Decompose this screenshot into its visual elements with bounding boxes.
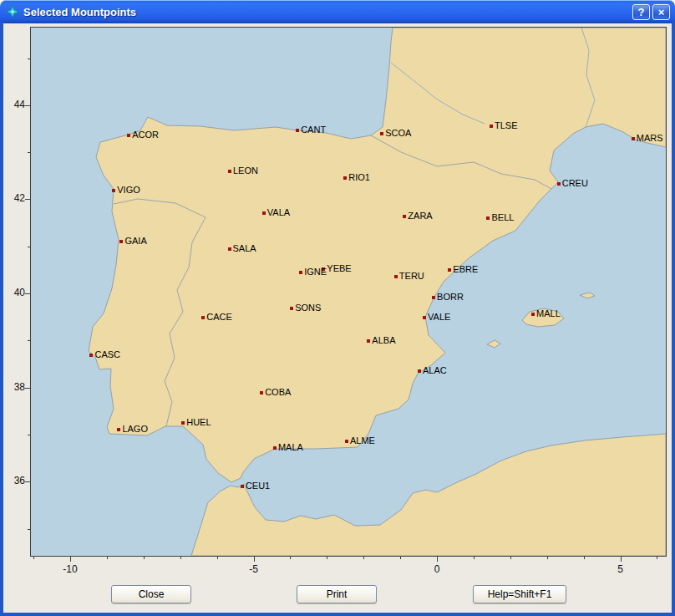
close-dialog-button[interactable]: Close (111, 585, 191, 603)
window-icon (6, 5, 19, 18)
x-axis-tick (290, 557, 291, 559)
window-border-bottom (0, 613, 675, 616)
x-axis-tick-label: -5 (237, 563, 271, 575)
dialog-window: Selected Mountpoints ? × ACORCANTSCOATLS… (0, 0, 675, 616)
x-axis-tick (180, 557, 181, 559)
x-axis-tick-label: 5 (604, 563, 637, 575)
x-axis-tick (327, 557, 327, 559)
close-window-button[interactable]: × (652, 4, 670, 20)
x-axis-tick (547, 557, 548, 559)
x-axis-tick (474, 557, 475, 559)
x-axis-tick-label: 0 (420, 563, 454, 575)
y-axis-tick-label: 42 (3, 192, 25, 204)
x-axis-tick (437, 557, 438, 562)
window-title: Selected Mountpoints (23, 6, 632, 18)
y-axis-tick-label: 36 (3, 475, 25, 486)
titlebar[interactable]: Selected Mountpoints ? × (0, 0, 675, 23)
x-axis-tick (217, 557, 218, 559)
map-canvas (31, 28, 666, 556)
y-axis-tick-label: 40 (3, 287, 25, 298)
window-border-left (0, 22, 3, 616)
x-axis-tick (400, 557, 401, 559)
x-axis-tick (33, 557, 34, 559)
window-border-right (672, 22, 675, 616)
y-axis-tick-label: 38 (3, 381, 25, 393)
x-axis-tick-label: -10 (53, 563, 87, 575)
help-shortcut-button[interactable]: Help=Shift+F1 (473, 585, 566, 603)
map-plot (30, 27, 667, 557)
x-axis-tick (657, 557, 657, 559)
y-axis-tick-label: 44 (3, 99, 25, 110)
x-axis-tick (107, 557, 108, 559)
x-axis-tick (621, 557, 622, 562)
x-axis-tick (510, 557, 511, 559)
print-button[interactable]: Print (297, 585, 377, 603)
x-axis-tick (70, 557, 71, 562)
x-axis-tick (144, 557, 145, 559)
x-axis-tick (584, 557, 585, 559)
x-axis-tick (254, 557, 255, 562)
help-button[interactable]: ? (632, 4, 650, 20)
x-axis-tick (363, 557, 364, 559)
